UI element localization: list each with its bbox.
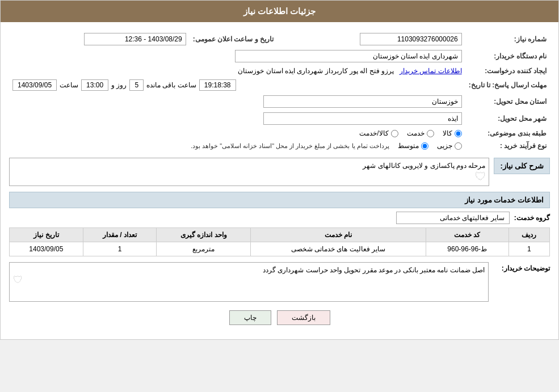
purchase-motevaset-option[interactable]: متوسط: [398, 142, 428, 150]
creator-value: اطلاعات تماس خریدار پرزو فتح اله پور کار…: [9, 65, 465, 77]
page-wrapper: جزئیات اطلاعات نیاز شماره نیاز: 11030932…: [0, 0, 559, 340]
province-value: خوزستان: [9, 93, 465, 110]
purchase-type-label: نوع فرآیند خرید :: [465, 140, 550, 152]
col-service-name: نام خدمت: [251, 228, 426, 242]
announcement-date-label: تاریخ و ساعت اعلان عمومی:: [190, 31, 285, 48]
category-kala-khedmat-label: کالا/خدمت: [359, 129, 388, 137]
remaining-time-field: 19:18:38: [199, 79, 236, 91]
creator-label: ایجاد کننده درخواست:: [465, 65, 550, 77]
watermark-icon: 🛡: [475, 170, 486, 183]
city-field: ایذه: [263, 112, 462, 125]
category-kala-khedmat-radio[interactable]: [391, 130, 398, 137]
button-row: بازگشت چاپ: [9, 302, 550, 331]
need-desc-row: شرح کلی نیاز: مرحله دوم پاکسازی و لایروب…: [9, 158, 550, 186]
table-row: شهر محل تحویل: ایذه: [9, 110, 550, 127]
purchase-jazii-radio[interactable]: [455, 142, 462, 150]
creator-field: پرزو فتح اله پور کاربرداز شهرداری ایذه ا…: [238, 67, 394, 75]
need-number-value: 1103093276000026: [285, 31, 465, 48]
deadline-time-label: ساعت: [60, 81, 78, 89]
buyer-org-value: شهرداری ایذه استان خوزستان: [9, 48, 465, 65]
category-khedmat-label: خدمت: [407, 129, 424, 137]
page-title: جزئیات اطلاعات نیاز: [1, 1, 558, 22]
table-row: 1 ط-96-96-960 سایر فعالیت های خدماتی شخص…: [10, 242, 550, 256]
deadline-days-field: 5: [129, 79, 144, 91]
cell-service-name: سایر فعالیت های خدماتی شخصی: [251, 242, 426, 256]
buyer-org-field: شهرداری ایذه استان خوزستان: [235, 50, 462, 62]
city-value: ایذه: [9, 110, 465, 127]
deadline-time-field: 13:00: [81, 79, 108, 91]
back-button[interactable]: بازگشت: [277, 310, 330, 325]
buyer-desc-container: اصل ضمانت نامه معتبر بانکی در موعد مقرر …: [9, 262, 489, 302]
purchase-jazii-label: جزیی: [437, 142, 452, 150]
category-khedmat-radio[interactable]: [427, 130, 434, 137]
deadline-day-label: روز و: [111, 81, 127, 89]
remaining-time-label: ساعت باقی مانده: [146, 81, 196, 89]
deadline-date-field: 1403/09/05: [12, 79, 57, 91]
buyer-desc-value: اصل ضمانت نامه معتبر بانکی در موعد مقرر …: [263, 266, 485, 274]
cell-row-num: 1: [508, 242, 549, 256]
purchase-note: پرداخت تمام یا بخشی از مبلغ خریدار از مح…: [191, 142, 389, 150]
buyer-desc-label: توضیحات خریدار:: [493, 262, 550, 272]
table-row: نام دستگاه خریدار: شهرداری ایذه استان خو…: [9, 48, 550, 65]
table-row: استان محل تحویل: خوزستان: [9, 93, 550, 110]
col-date: تاریخ نیاز: [10, 228, 83, 242]
services-table: ردیف کد خدمت نام خدمت واحد اندازه گیری ت…: [9, 227, 550, 256]
group-service-row: گروه خدمت: سایر فعالیتهای خدماتی: [9, 212, 550, 224]
info-table: شماره نیاز: 1103093276000026 تاریخ و ساع…: [9, 31, 550, 152]
table-row: مهلت ارسال پاسخ: تا تاریخ: 19:18:38 ساعت…: [9, 77, 550, 93]
services-section-title: اطلاعات خدمات مورد نیاز: [9, 192, 550, 208]
cell-quantity: 1: [83, 242, 157, 256]
desc-watermark: 🛡: [13, 274, 485, 286]
table-row: طبقه بندی موضوعی: کالا خدمت: [9, 127, 550, 140]
city-label: شهر محل تحویل:: [465, 110, 550, 127]
need-number-label: شماره نیاز:: [465, 31, 550, 48]
category-kala-label: کالا: [443, 129, 452, 137]
category-label: طبقه بندی موضوعی:: [465, 127, 550, 140]
cell-service-code: ط-96-96-960: [426, 242, 508, 256]
purchase-type-row: جزیی متوسط پرداخت تمام یا بخشی از مبلغ خ…: [9, 140, 465, 152]
purchase-motevaset-radio[interactable]: [421, 142, 428, 150]
print-button[interactable]: چاپ: [229, 310, 271, 325]
cell-unit: مترمربع: [157, 242, 251, 256]
need-number-field: 1103093276000026: [360, 33, 462, 45]
purchase-motevaset-label: متوسط: [398, 142, 419, 150]
col-service-code: کد خدمت: [426, 228, 508, 242]
table-row: شماره نیاز: 1103093276000026 تاریخ و ساع…: [9, 31, 550, 48]
col-row-num: ردیف: [508, 228, 549, 242]
announcement-date-field: 1403/08/29 - 12:36: [84, 33, 186, 45]
buyer-org-label: نام دستگاه خریدار:: [465, 48, 550, 65]
buyer-desc-box: اصل ضمانت نامه معتبر بانکی در موعد مقرر …: [9, 262, 489, 302]
category-kala-option[interactable]: کالا: [443, 129, 462, 137]
contact-link[interactable]: اطلاعات تماس خریدار: [400, 67, 462, 75]
buyer-desc-row: توضیحات خریدار: اصل ضمانت نامه معتبر بان…: [9, 262, 550, 302]
category-kala-khedmat-option[interactable]: کالا/خدمت: [359, 129, 398, 137]
col-unit: واحد اندازه گیری: [157, 228, 251, 242]
table-header-row: ردیف کد خدمت نام خدمت واحد اندازه گیری ت…: [10, 228, 550, 242]
need-desc-box: مرحله دوم پاکسازی و لایروبی کانالهای شهر…: [9, 158, 489, 186]
table-row: نوع فرآیند خرید : جزیی متوسط: [9, 140, 550, 152]
table-row: ایجاد کننده درخواست: اطلاعات تماس خریدار…: [9, 65, 550, 77]
deadline-label: مهلت ارسال پاسخ: تا تاریخ:: [465, 77, 550, 93]
category-khedmat-option[interactable]: خدمت: [407, 129, 434, 137]
category-kala-radio[interactable]: [455, 130, 462, 137]
province-label: استان محل تحویل:: [465, 93, 550, 110]
group-service-label: گروه خدمت:: [514, 214, 550, 222]
col-quantity: تعداد / مقدار: [83, 228, 157, 242]
cell-date-needed: 1403/09/05: [10, 242, 83, 256]
deadline-row: 19:18:38 ساعت باقی مانده 5 روز و 13:00 س…: [9, 77, 465, 93]
announcement-date-value: 1403/08/29 - 12:36: [9, 31, 190, 48]
need-desc-label: شرح کلی نیاز:: [494, 158, 550, 174]
category-radios: کالا خدمت کالا/خدمت: [9, 127, 465, 140]
purchase-jazii-option[interactable]: جزیی: [437, 142, 462, 150]
main-content: شماره نیاز: 1103093276000026 تاریخ و ساع…: [1, 22, 558, 339]
group-service-value: سایر فعالیتهای خدماتی: [396, 212, 510, 224]
need-desc-value: مرحله دوم پاکسازی و لایروبی کانالهای شهر: [363, 162, 485, 170]
province-field: خوزستان: [263, 95, 462, 108]
